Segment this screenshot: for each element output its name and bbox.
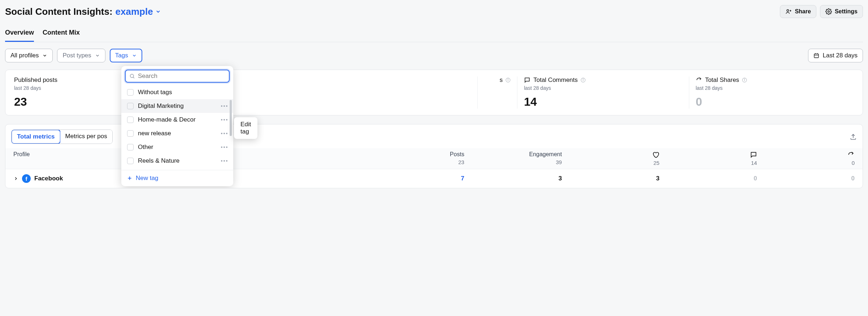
- tag-option[interactable]: Other: [121, 140, 233, 154]
- more-icon[interactable]: [221, 133, 227, 134]
- metric-title: Total Comments: [533, 76, 578, 84]
- metric-value: 14: [524, 95, 682, 109]
- segment-metrics-per-post[interactable]: Metrics per pos: [60, 130, 112, 144]
- profile-name: Facebook: [34, 175, 63, 182]
- cell-reactions: 3: [562, 175, 659, 182]
- filter-profiles-label: All profiles: [10, 52, 39, 59]
- col-shares[interactable]: 0: [757, 151, 855, 166]
- info-icon[interactable]: [742, 78, 747, 83]
- settings-button[interactable]: Settings: [820, 5, 863, 18]
- col-engagement[interactable]: Engagement 39: [464, 151, 562, 165]
- edit-tag-tooltip[interactable]: Edit tag: [234, 117, 257, 139]
- tag-option[interactable]: Home-made & Decor: [121, 113, 233, 127]
- col-comments[interactable]: 14: [659, 151, 757, 166]
- share-button[interactable]: Share: [780, 5, 816, 18]
- tabs: Overview Content Mix: [5, 26, 863, 42]
- tags-search-input[interactable]: [138, 73, 225, 80]
- checkbox[interactable]: [127, 103, 134, 109]
- metric-value: 0: [696, 95, 854, 109]
- cell-shares: 0: [757, 175, 855, 182]
- filter-tags[interactable]: Tags: [110, 49, 142, 62]
- svg-point-13: [221, 119, 222, 120]
- svg-point-12: [226, 105, 227, 107]
- tag-option[interactable]: Reels & Nature: [121, 154, 233, 168]
- svg-point-10: [221, 105, 222, 107]
- metric-title-fragment: s: [500, 76, 503, 84]
- col-label: Posts: [450, 151, 464, 158]
- tab-content-mix[interactable]: Content Mix: [43, 26, 80, 42]
- comment-icon: [524, 77, 530, 83]
- col-total: 14: [751, 160, 757, 166]
- checkbox[interactable]: [127, 130, 134, 137]
- share-label: Share: [795, 8, 811, 15]
- col-total: 23: [458, 159, 464, 165]
- tag-label: new release: [138, 130, 217, 137]
- search-icon: [129, 73, 135, 79]
- tags-list: Without tags Digital Marketing Home-made…: [121, 85, 233, 168]
- svg-point-14: [223, 119, 225, 120]
- new-tag-button[interactable]: New tag: [121, 170, 233, 186]
- svg-point-16: [221, 133, 222, 134]
- heart-icon: [652, 151, 659, 158]
- svg-point-24: [226, 160, 227, 162]
- settings-label: Settings: [835, 8, 858, 15]
- chevron-down-icon: [42, 53, 47, 58]
- svg-point-8: [130, 74, 134, 78]
- table-segment: Total metrics Metrics per pos: [11, 130, 113, 144]
- tag-option[interactable]: Digital Marketing: [121, 99, 233, 113]
- svg-point-18: [226, 133, 227, 134]
- tag-option[interactable]: Without tags: [121, 85, 233, 99]
- plus-icon: [127, 176, 132, 181]
- chevron-right-icon[interactable]: [13, 176, 18, 181]
- svg-point-29: [508, 79, 508, 79]
- col-total: 25: [654, 160, 660, 166]
- comment-icon: [750, 151, 757, 158]
- col-reactions[interactable]: 25: [562, 151, 659, 166]
- calendar-icon: [813, 53, 819, 58]
- svg-rect-4: [814, 54, 819, 58]
- tags-search[interactable]: [125, 70, 230, 83]
- tab-overview[interactable]: Overview: [5, 26, 34, 42]
- project-name: example: [116, 6, 153, 17]
- segment-total-metrics[interactable]: Total metrics: [11, 130, 61, 144]
- facebook-icon: f: [22, 174, 31, 183]
- page-title-prefix: Social Content Insights:: [5, 6, 113, 17]
- metric-sub: last 28 days: [696, 85, 854, 91]
- tag-label: Without tags: [138, 89, 227, 96]
- filter-post-types[interactable]: Post types: [57, 49, 105, 62]
- chevron-down-icon: [132, 53, 137, 58]
- svg-point-35: [745, 79, 745, 79]
- svg-point-15: [226, 119, 227, 120]
- share-icon: [696, 77, 702, 83]
- project-selector[interactable]: example: [116, 6, 161, 17]
- more-icon[interactable]: [221, 146, 227, 148]
- info-icon[interactable]: [581, 78, 586, 83]
- chevron-down-icon: [95, 53, 100, 58]
- col-posts[interactable]: Posts 23: [367, 151, 464, 165]
- tag-option[interactable]: new release: [121, 127, 233, 140]
- checkbox[interactable]: [127, 117, 134, 123]
- svg-point-20: [223, 146, 225, 148]
- more-icon[interactable]: [221, 119, 227, 120]
- info-icon[interactable]: [505, 78, 511, 83]
- tag-label: Other: [138, 144, 217, 151]
- checkbox[interactable]: [127, 144, 134, 150]
- checkbox[interactable]: [127, 158, 134, 164]
- cell-posts[interactable]: 7: [367, 175, 464, 182]
- chevron-down-icon: [155, 9, 161, 14]
- more-icon[interactable]: [221, 105, 227, 107]
- metric-title: Total Shares: [705, 76, 739, 84]
- more-icon[interactable]: [221, 160, 227, 162]
- filter-profiles[interactable]: All profiles: [5, 49, 53, 62]
- metric-total-shares: Total Shares last 28 days 0: [689, 76, 860, 109]
- tag-label: Home-made & Decor: [138, 116, 217, 123]
- svg-point-23: [223, 160, 225, 162]
- svg-line-9: [133, 77, 134, 78]
- svg-point-3: [828, 11, 830, 13]
- checkbox[interactable]: [127, 89, 134, 96]
- tag-label: Digital Marketing: [138, 102, 217, 110]
- export-icon[interactable]: [850, 133, 857, 140]
- scrollbar[interactable]: [230, 100, 232, 136]
- date-filter[interactable]: Last 28 days: [808, 49, 863, 62]
- gear-icon: [825, 8, 832, 15]
